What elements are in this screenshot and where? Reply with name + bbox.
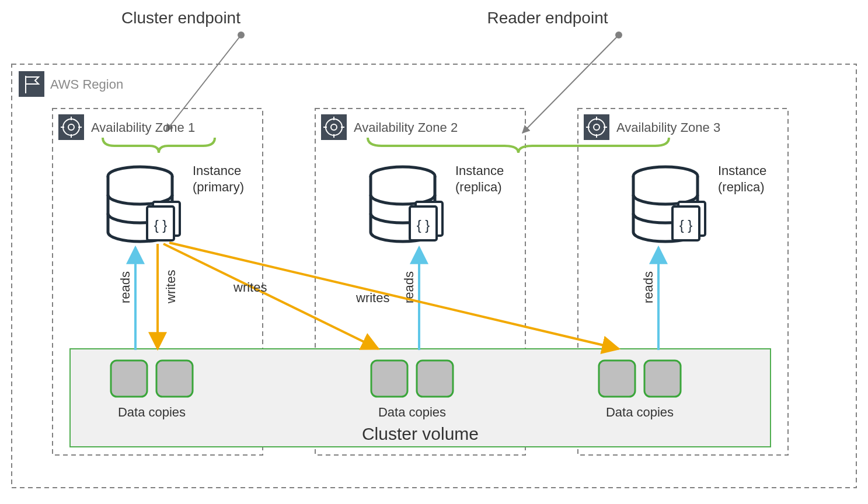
reader-endpoint-title: Reader endpoint <box>487 9 608 27</box>
data-copies-label: Data copies <box>118 405 186 419</box>
database-icon <box>108 167 180 242</box>
instance-label-line1: Instance <box>193 163 241 178</box>
reads-label: reads <box>641 271 656 303</box>
write-arrow <box>163 244 378 349</box>
svg-rect-20 <box>599 360 635 397</box>
architecture-diagram: { } Cluster endpoint Reader endpoint <box>0 0 868 504</box>
svg-rect-19 <box>417 360 453 397</box>
instance-label-line2: (replica) <box>455 180 501 194</box>
flag-icon <box>19 71 44 97</box>
location-icon <box>321 114 347 140</box>
aws-region-label: AWS Region <box>50 77 123 92</box>
database-icon <box>371 167 442 242</box>
svg-rect-17 <box>156 360 193 397</box>
svg-rect-16 <box>111 360 147 397</box>
location-icon <box>58 114 84 140</box>
writes-label: writes <box>355 290 389 305</box>
write-arrow <box>169 243 619 349</box>
az-label: Availability Zone 2 <box>354 120 458 135</box>
instance-label-line2: (replica) <box>718 180 764 194</box>
svg-rect-18 <box>371 360 407 397</box>
data-copies-label: Data copies <box>378 405 446 419</box>
instance-label-line1: Instance <box>455 163 504 178</box>
pointer-line <box>166 35 241 131</box>
location-icon <box>584 114 609 140</box>
svg-rect-21 <box>644 360 681 397</box>
data-copies-label: Data copies <box>606 405 674 419</box>
writes-label: writes <box>163 270 178 304</box>
cluster-volume-label: Cluster volume <box>362 424 479 443</box>
az-label: Availability Zone 3 <box>616 120 720 135</box>
az-label: Availability Zone 1 <box>91 120 195 135</box>
writes-label: writes <box>233 280 267 295</box>
cluster-endpoint-title: Cluster endpoint <box>121 9 240 27</box>
instance-label-line1: Instance <box>718 163 766 178</box>
reads-label: reads <box>118 271 133 303</box>
brace-icon <box>103 138 215 153</box>
instance-label-line2: (primary) <box>193 180 244 194</box>
brace-icon <box>368 138 669 153</box>
database-icon <box>633 167 705 242</box>
